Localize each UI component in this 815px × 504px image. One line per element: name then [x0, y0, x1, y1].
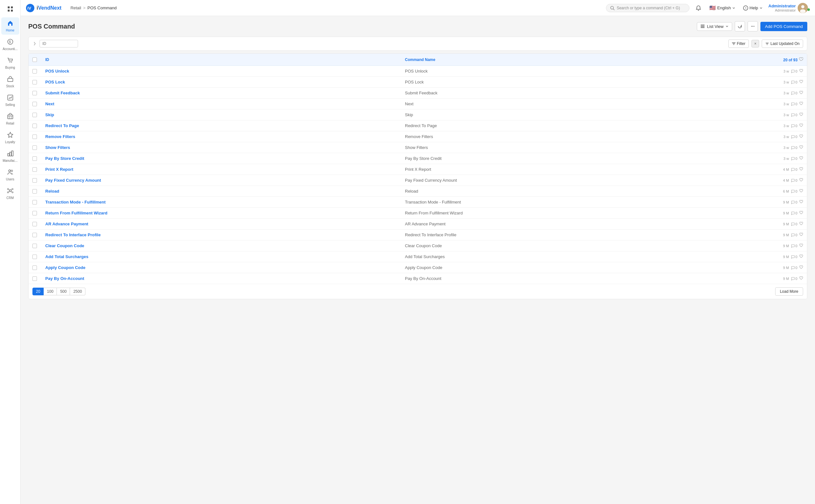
table-row[interactable]: Return From Fulfillment Wizard Return Fr… — [29, 208, 807, 219]
more-options-button[interactable]: ··· — [748, 21, 758, 31]
collapse-icon[interactable] — [32, 41, 37, 46]
row-checkbox[interactable] — [32, 265, 45, 270]
comment-count[interactable]: 0 — [791, 80, 797, 84]
comment-count[interactable]: 0 — [791, 135, 797, 139]
comment-count[interactable]: 0 — [791, 178, 797, 182]
like-button[interactable] — [799, 265, 803, 270]
comment-count[interactable]: 0 — [791, 266, 797, 270]
row-checkbox[interactable] — [32, 135, 45, 139]
filter-button[interactable]: Filter — [728, 39, 749, 48]
col-id-header[interactable]: ID — [45, 57, 405, 62]
table-row[interactable]: Reload Reload 6 M 0 — [29, 186, 807, 197]
like-button[interactable] — [799, 276, 803, 281]
comment-count[interactable]: 0 — [791, 211, 797, 215]
like-button[interactable] — [799, 69, 803, 74]
like-button[interactable] — [799, 200, 803, 204]
like-button[interactable] — [799, 91, 803, 95]
row-checkbox[interactable] — [32, 124, 45, 128]
page-size-20[interactable]: 20 — [32, 288, 44, 295]
language-button[interactable]: 🇺🇸 English — [707, 4, 737, 12]
like-button[interactable] — [799, 80, 803, 84]
comment-count[interactable]: 0 — [791, 113, 797, 117]
page-size-500[interactable]: 500 — [57, 288, 70, 295]
like-button[interactable] — [799, 156, 803, 161]
comment-count[interactable]: 0 — [791, 244, 797, 248]
heart-icon[interactable] — [799, 57, 803, 61]
like-button[interactable] — [799, 101, 803, 106]
row-checkbox[interactable] — [32, 167, 45, 172]
like-button[interactable] — [799, 167, 803, 172]
table-row[interactable]: Show Filters Show Filters 3 w 0 — [29, 142, 807, 153]
sidebar-item-manufacturing[interactable]: Manufac... — [1, 148, 19, 165]
row-checkbox[interactable] — [32, 91, 45, 95]
row-checkbox[interactable] — [32, 189, 45, 194]
row-checkbox[interactable] — [32, 211, 45, 215]
sidebar-item-stock[interactable]: Stock — [1, 73, 19, 91]
grid-menu-button[interactable] — [4, 3, 17, 15]
row-checkbox[interactable] — [32, 200, 45, 204]
table-row[interactable]: Transaction Mode - Fulfillment Transacti… — [29, 197, 807, 208]
like-button[interactable] — [799, 134, 803, 139]
page-size-2500[interactable]: 2500 — [70, 288, 85, 295]
row-checkbox[interactable] — [32, 102, 45, 106]
sidebar-item-users[interactable]: Users — [1, 166, 19, 184]
select-all-checkbox[interactable] — [32, 57, 45, 62]
like-button[interactable] — [799, 112, 803, 117]
row-checkbox[interactable] — [32, 113, 45, 117]
table-row[interactable]: POS Lock POS Lock 3 w 0 — [29, 77, 807, 88]
comment-count[interactable]: 0 — [791, 102, 797, 106]
page-size-100[interactable]: 100 — [44, 288, 57, 295]
comment-count[interactable]: 0 — [791, 189, 797, 193]
comment-count[interactable]: 0 — [791, 91, 797, 95]
comment-count[interactable]: 0 — [791, 200, 797, 204]
sidebar-item-loyalty[interactable]: Loyalty — [1, 129, 19, 146]
notification-button[interactable] — [693, 3, 704, 13]
like-button[interactable] — [799, 232, 803, 237]
like-button[interactable] — [799, 189, 803, 194]
filter-sort-button[interactable]: Last Updated On — [762, 39, 803, 48]
load-more-button[interactable]: Load More — [775, 287, 803, 296]
row-checkbox[interactable] — [32, 80, 45, 84]
filter-clear-button[interactable]: × — [751, 40, 759, 48]
table-row[interactable]: Redirect To Page Redirect To Page 3 w 0 — [29, 120, 807, 131]
row-checkbox[interactable] — [32, 156, 45, 161]
sidebar-item-retail[interactable]: Retail — [1, 110, 19, 128]
comment-count[interactable]: 0 — [791, 157, 797, 161]
table-row[interactable]: Pay By On-Account Pay By On-Account 9 M … — [29, 273, 807, 284]
table-row[interactable]: Clear Coupon Code Clear Coupon Code 9 M … — [29, 240, 807, 251]
filter-id-input[interactable] — [39, 40, 78, 48]
table-row[interactable]: Apply Coupon Code Apply Coupon Code 9 M … — [29, 262, 807, 273]
help-button[interactable]: ? Help — [741, 4, 765, 12]
like-button[interactable] — [799, 211, 803, 215]
like-button[interactable] — [799, 243, 803, 248]
comment-count[interactable]: 0 — [791, 168, 797, 171]
row-checkbox[interactable] — [32, 244, 45, 248]
like-button[interactable] — [799, 222, 803, 226]
table-row[interactable]: Add Total Surcharges Add Total Surcharge… — [29, 251, 807, 262]
add-pos-command-button[interactable]: Add POS Command — [760, 22, 807, 31]
table-row[interactable]: Print X Report Print X Report 4 M 0 — [29, 164, 807, 175]
table-row[interactable]: Remove Filters Remove Filters 3 w 0 — [29, 131, 807, 142]
list-view-button[interactable]: List View — [697, 22, 732, 31]
breadcrumb-parent[interactable]: Retail — [70, 5, 81, 10]
row-checkbox[interactable] — [32, 69, 45, 74]
table-row[interactable]: Redirect To Interface Profile Redirect T… — [29, 230, 807, 240]
row-checkbox[interactable] — [32, 178, 45, 183]
row-checkbox[interactable] — [32, 222, 45, 226]
sidebar-item-home[interactable]: Home — [1, 17, 19, 35]
comment-count[interactable]: 0 — [791, 146, 797, 150]
row-checkbox[interactable] — [32, 255, 45, 259]
user-menu-button[interactable]: Administrator Administrator — [768, 3, 810, 13]
comment-count[interactable]: 0 — [791, 222, 797, 226]
col-command-header[interactable]: Command Name — [405, 57, 765, 62]
comment-count[interactable]: 0 — [791, 69, 797, 73]
sidebar-item-selling[interactable]: Selling — [1, 92, 19, 109]
table-row[interactable]: AR Advance Payment AR Advance Payment 9 … — [29, 219, 807, 230]
like-button[interactable] — [799, 145, 803, 150]
table-row[interactable]: Pay Fixed Currency Amount Pay Fixed Curr… — [29, 175, 807, 186]
comment-count[interactable]: 0 — [791, 233, 797, 237]
comment-count[interactable]: 0 — [791, 277, 797, 281]
like-button[interactable] — [799, 123, 803, 128]
table-row[interactable]: Skip Skip 3 w 0 — [29, 109, 807, 120]
comment-count[interactable]: 0 — [791, 255, 797, 259]
